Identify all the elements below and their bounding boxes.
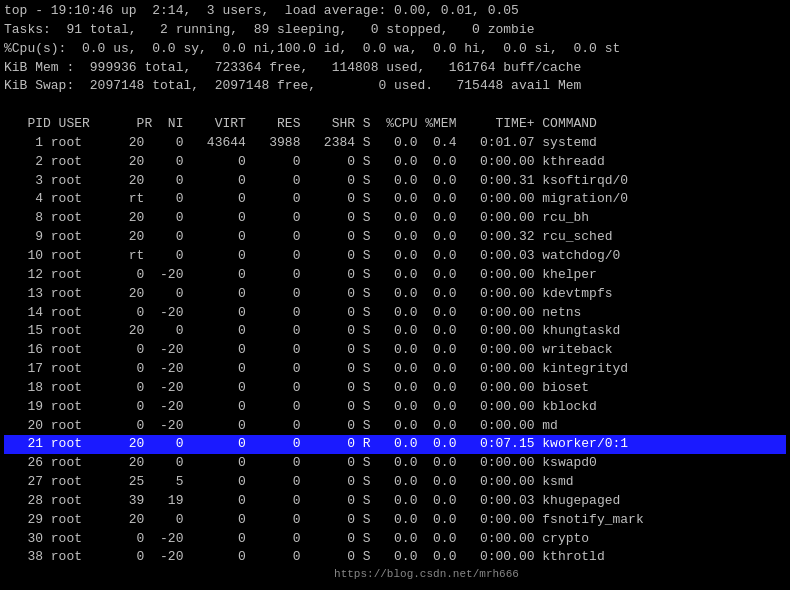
table-row: 14 root 0 -20 0 0 0 S 0.0 0.0 0:00.00 ne… (4, 304, 786, 323)
table-row: 4 root rt 0 0 0 0 S 0.0 0.0 0:00.00 migr… (4, 190, 786, 209)
table-row: 10 root rt 0 0 0 0 S 0.0 0.0 0:00.03 wat… (4, 247, 786, 266)
table-row: 18 root 0 -20 0 0 0 S 0.0 0.0 0:00.00 bi… (4, 379, 786, 398)
table-row: 9 root 20 0 0 0 0 S 0.0 0.0 0:00.32 rcu_… (4, 228, 786, 247)
table-row: 21 root 20 0 0 0 0 R 0.0 0.0 0:07.15 kwo… (4, 435, 786, 454)
table-row: 1 root 20 0 43644 3988 2384 S 0.0 0.4 0:… (4, 134, 786, 153)
table-row: 19 root 0 -20 0 0 0 S 0.0 0.0 0:00.00 kb… (4, 398, 786, 417)
header-line-2: Tasks: 91 total, 2 running, 89 sleeping,… (4, 21, 786, 40)
table-row: 26 root 20 0 0 0 0 S 0.0 0.0 0:00.00 ksw… (4, 454, 786, 473)
table-row: 16 root 0 -20 0 0 0 S 0.0 0.0 0:00.00 wr… (4, 341, 786, 360)
table-row: 8 root 20 0 0 0 0 S 0.0 0.0 0:00.00 rcu_… (4, 209, 786, 228)
table-row: 3 root 20 0 0 0 0 S 0.0 0.0 0:00.31 ksof… (4, 172, 786, 191)
table-row: 27 root 25 5 0 0 0 S 0.0 0.0 0:00.00 ksm… (4, 473, 786, 492)
spacer-line (4, 96, 786, 115)
terminal: top - 19:10:46 up 2:14, 3 users, load av… (0, 0, 790, 590)
process-list: 1 root 20 0 43644 3988 2384 S 0.0 0.4 0:… (4, 134, 786, 567)
column-header: PID USER PR NI VIRT RES SHR S %CPU %MEM … (4, 115, 786, 134)
table-row: 12 root 0 -20 0 0 0 S 0.0 0.0 0:00.00 kh… (4, 266, 786, 285)
header-line-1: top - 19:10:46 up 2:14, 3 users, load av… (4, 2, 786, 21)
table-row: 2 root 20 0 0 0 0 S 0.0 0.0 0:00.00 kthr… (4, 153, 786, 172)
table-row: 20 root 0 -20 0 0 0 S 0.0 0.0 0:00.00 md (4, 417, 786, 436)
table-row: 15 root 20 0 0 0 0 S 0.0 0.0 0:00.00 khu… (4, 322, 786, 341)
table-row: 13 root 20 0 0 0 0 S 0.0 0.0 0:00.00 kde… (4, 285, 786, 304)
table-row: 30 root 0 -20 0 0 0 S 0.0 0.0 0:00.00 cr… (4, 530, 786, 549)
header-line-4: KiB Mem : 999936 total, 723364 free, 114… (4, 59, 786, 78)
watermark: https://blog.csdn.net/mrh666 (4, 567, 786, 583)
table-row: 17 root 0 -20 0 0 0 S 0.0 0.0 0:00.00 ki… (4, 360, 786, 379)
header-line-3: %Cpu(s): 0.0 us, 0.0 sy, 0.0 ni,100.0 id… (4, 40, 786, 59)
table-row: 29 root 20 0 0 0 0 S 0.0 0.0 0:00.00 fsn… (4, 511, 786, 530)
table-row: 38 root 0 -20 0 0 0 S 0.0 0.0 0:00.00 kt… (4, 548, 786, 567)
header-line-5: KiB Swap: 2097148 total, 2097148 free, 0… (4, 77, 786, 96)
table-row: 28 root 39 19 0 0 0 S 0.0 0.0 0:00.03 kh… (4, 492, 786, 511)
